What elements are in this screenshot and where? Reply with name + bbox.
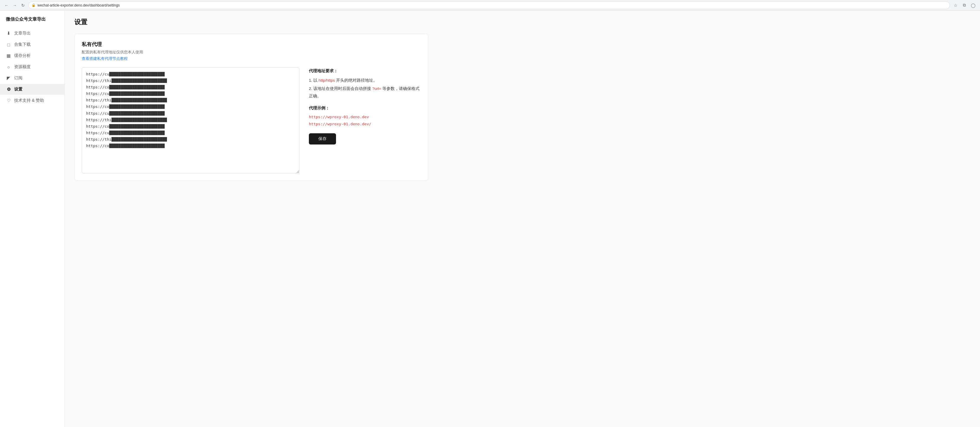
rss-icon: ◤ [6, 76, 11, 81]
sidebar-item-label: 缓存分析 [14, 53, 31, 59]
proxy-requirement-2: 2. 该地址在使用时后面会自动拼接 ?url= 等参数，请确保格式正确。 [309, 85, 421, 100]
sidebar-item-export[interactable]: ⬇ 文章导出 [0, 28, 65, 39]
globe-icon: ○ [6, 64, 11, 70]
http-https-highlight: http/https [318, 78, 335, 83]
download-icon: ⬇ [6, 31, 11, 36]
page-title: 设置 [74, 18, 970, 27]
bookmark-icon[interactable]: ☆ [952, 2, 959, 8]
card-desc: 配置的私有代理地址仅供您本人使用 [82, 49, 421, 55]
tutorial-link[interactable]: 查看搭建私有代理节点教程 [82, 56, 128, 61]
url-text: wechat-article-exporter.deno.dev/dashboa… [37, 3, 120, 7]
proxy-requirements-title: 代理地址要求： [309, 67, 421, 75]
card-title: 私有代理 [82, 41, 421, 48]
proxy-example-title: 代理示例： [309, 105, 421, 112]
sidebar-brand: 微信公众号文章导出 [0, 16, 65, 28]
extend-icon[interactable]: ⧉ [961, 2, 967, 8]
url-param-highlight: ?url= [372, 86, 381, 91]
sidebar-item-quota[interactable]: ○ 资源额度 [0, 62, 65, 72]
settings-card: 私有代理 配置的私有代理地址仅供您本人使用 查看搭建私有代理节点教程 https… [74, 33, 428, 181]
sidebar-item-label: 文章导出 [14, 31, 31, 36]
sidebar-item-subscribe[interactable]: ◤ 订阅 [0, 73, 65, 83]
sidebar-item-label: 合集下载 [14, 42, 31, 47]
proxy-requirement-1: 1. 以 http/https 开头的绝对路径地址。 [309, 77, 421, 84]
proxy-example-2: https://wproxy-01.deno.dev/ [309, 121, 421, 127]
sidebar-item-collection[interactable]: □ 合集下载 [0, 39, 65, 50]
profile-icon[interactable]: ◯ [970, 2, 977, 8]
browser-right-icons: ☆ ⧉ ◯ [952, 2, 977, 8]
sidebar-item-label: 设置 [14, 87, 22, 92]
save-button[interactable]: 保存 [309, 133, 336, 144]
proxy-textarea[interactable]: https://cu████████████████████████ https… [82, 67, 299, 173]
lock-icon: 🔒 [32, 3, 36, 7]
proxy-info: 代理地址要求： 1. 以 http/https 开头的绝对路径地址。 2. 该地… [309, 67, 421, 144]
forward-button[interactable]: → [12, 2, 18, 8]
sidebar-item-support[interactable]: ♡ 技术支持 & 赞助 [0, 95, 65, 106]
back-button[interactable]: ← [3, 2, 10, 8]
main-content: 设置 私有代理 配置的私有代理地址仅供您本人使用 查看搭建私有代理节点教程 ht… [65, 11, 980, 427]
sidebar-item-label: 资源额度 [14, 64, 31, 70]
card-body: https://cu████████████████████████ https… [82, 67, 421, 173]
sidebar-item-settings[interactable]: ⚙ 设置 [0, 84, 65, 95]
file-icon: □ [6, 42, 11, 47]
app-container: 微信公众号文章导出 ⬇ 文章导出 □ 合集下载 ▦ 缓存分析 ○ 资源额度 ◤ … [0, 11, 980, 427]
refresh-button[interactable]: ↻ [20, 2, 26, 8]
url-bar[interactable]: 🔒 wechat-article-exporter.deno.dev/dashb… [28, 2, 950, 9]
gear-icon: ⚙ [6, 87, 11, 92]
sidebar: 微信公众号文章导出 ⬇ 文章导出 □ 合集下载 ▦ 缓存分析 ○ 资源额度 ◤ … [0, 11, 65, 427]
sidebar-item-cache[interactable]: ▦ 缓存分析 [0, 51, 65, 61]
proxy-example-1: https://wproxy-01.deno.dev [309, 114, 421, 120]
save-button-wrapper: 保存 [309, 127, 421, 144]
sidebar-item-label: 技术支持 & 赞助 [14, 98, 44, 103]
browser-bar: ← → ↻ 🔒 wechat-article-exporter.deno.dev… [0, 0, 980, 11]
sidebar-item-label: 订阅 [14, 76, 22, 81]
chart-icon: ▦ [6, 53, 11, 59]
heart-icon: ♡ [6, 98, 11, 103]
sidebar-nav: ⬇ 文章导出 □ 合集下载 ▦ 缓存分析 ○ 资源额度 ◤ 订阅 ⚙ 设置 [0, 28, 65, 106]
